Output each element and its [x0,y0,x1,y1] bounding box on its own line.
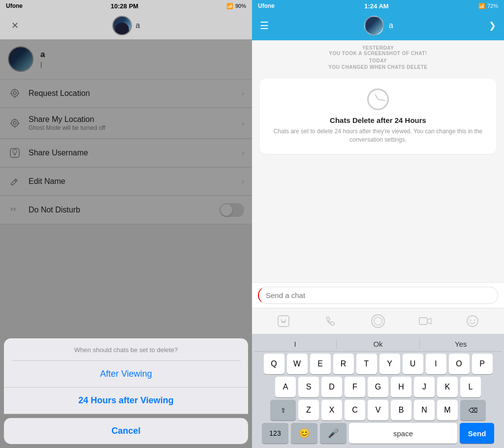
action-sheet: When should chats be set to delete? Afte… [4,338,248,444]
key-y[interactable]: Y [379,354,400,374]
key-c[interactable]: C [345,400,365,420]
wifi-icon: 📶 [226,3,233,9]
chat-action-icons [252,308,504,334]
camera-capture-icon[interactable] [369,312,387,330]
left-panel: Ufone 10:28 PM 📶 90% ✕ a a | [0,0,252,448]
svg-rect-12 [419,318,427,325]
chat-input-field[interactable] [258,287,498,304]
suggestion-i[interactable]: I [254,339,337,349]
suggestion-yes[interactable]: Yes [420,339,502,349]
emoji-icon[interactable] [464,312,481,330]
avatar-left [112,16,132,35]
nav-bar-right: ☰ a ❯ [252,12,504,40]
carrier-left: Ufone [6,2,23,9]
battery-right: 72% [487,3,498,9]
chat-delete-card: Chats Delete after 24 Hours Chats are se… [260,79,496,154]
key-q[interactable]: Q [264,354,284,374]
emoji-keyboard-key[interactable]: 😊 [291,423,317,444]
svg-point-9 [285,320,286,321]
status-icons-left: 📶 90% [226,3,246,9]
video-icon[interactable] [416,312,434,330]
right-panel: Ufone 1:24 AM 📶 72% ☰ a ❯ YESTERDAY YOU … [252,0,504,448]
time-left: 10:28 PM [111,2,138,10]
yesterday-label: YESTERDAY [260,45,496,51]
chat-header-info: YESTERDAY YOU TOOK A SCREENSHOT OF CHAT!… [252,40,504,75]
svg-point-11 [374,317,382,325]
avatar-silhouette [115,23,129,35]
key-s[interactable]: S [298,377,319,397]
key-r[interactable]: R [333,354,354,374]
nav-center-left: a [112,16,140,35]
today-label: TODAY [260,58,496,63]
key-e[interactable]: E [310,354,331,374]
keyboard: I Ok Yes Q W E R T Y U I O P A S D F G H… [252,334,504,448]
key-h[interactable]: H [391,377,411,397]
key-m[interactable]: M [437,400,458,420]
key-k[interactable]: K [437,377,458,397]
nav-chevron-right-icon[interactable]: ❯ [489,20,496,31]
action-sheet-question-block: When should chats be set to delete? [4,338,248,361]
sticker-icon[interactable] [275,312,292,330]
action-sheet-question-text: When should chats be set to delete? [12,346,240,361]
svg-point-13 [467,316,478,327]
send-key[interactable]: Send [460,423,494,444]
shift-key[interactable]: ⇧ [270,400,296,420]
key-w[interactable]: W [287,354,308,374]
mic-key[interactable]: 🎤 [320,423,346,444]
keyboard-row-4: 123 😊 🎤 space Send [254,423,502,444]
key-j[interactable]: J [414,377,435,397]
key-d[interactable]: D [321,377,342,397]
action-sheet-cancel-button[interactable]: Cancel [4,418,248,444]
hamburger-menu-icon[interactable]: ☰ [260,20,269,31]
action-sheet-option-24-hours[interactable]: 24 Hours after Viewing [4,388,248,414]
carrier-right: Ufone [258,2,275,9]
close-icon: ✕ [11,20,19,31]
phone-icon[interactable] [322,312,340,330]
key-a[interactable]: A [275,377,296,397]
keyboard-suggestions: I Ok Yes [254,337,502,352]
key-f[interactable]: F [345,377,365,397]
clock-icon [367,89,389,110]
chat-input-area [252,282,504,308]
numbers-key[interactable]: 123 [262,423,288,444]
svg-point-10 [372,315,384,328]
key-z[interactable]: Z [298,400,319,420]
wifi-icon-right: 📶 [478,3,485,9]
24-hours-label: 24 Hours after Viewing [78,395,174,405]
key-u[interactable]: U [403,354,423,374]
key-o[interactable]: O [449,354,470,374]
action-sheet-option-after-viewing[interactable]: After Viewing [4,361,248,388]
keyboard-row-2: A S D F G H J K L [254,377,502,397]
key-x[interactable]: X [321,400,342,420]
screenshot-notice: YOU TOOK A SCREENSHOT OF CHAT! [260,51,496,56]
cancel-label: Cancel [111,426,140,436]
chat-area: YESTERDAY YOU TOOK A SCREENSHOT OF CHAT!… [252,40,504,282]
status-icons-right: 📶 72% [478,3,498,9]
space-key[interactable]: space [349,423,457,444]
time-right: 1:24 AM [364,2,388,10]
avatar-right [364,16,384,35]
action-sheet-overlay: When should chats be set to delete? Afte… [0,39,252,448]
key-n[interactable]: N [414,400,435,420]
nav-bar-left: ✕ a [0,12,252,39]
status-bar-right: Ufone 1:24 AM 📶 72% [252,0,504,12]
key-g[interactable]: G [368,377,388,397]
key-v[interactable]: V [368,400,388,420]
key-p[interactable]: P [472,354,493,374]
menu-content: a | Request Location › [0,39,252,448]
nav-center-right: a [364,16,393,35]
key-i[interactable]: I [426,354,446,374]
suggestion-ok[interactable]: Ok [337,339,419,349]
changed-notice: YOU CHANGED WHEN CHATS DELETE [260,64,496,70]
status-bar-left: Ufone 10:28 PM 📶 90% [0,0,252,12]
clock-minute-hand [378,99,385,101]
svg-point-8 [281,320,283,321]
bubble-title: Chats Delete after 24 Hours [330,116,426,124]
key-b[interactable]: B [391,400,411,420]
battery-left: 90% [235,3,246,9]
key-t[interactable]: T [356,354,377,374]
close-button[interactable]: ✕ [8,19,22,32]
delete-key[interactable]: ⌫ [460,400,486,420]
key-l[interactable]: L [460,377,481,397]
svg-point-15 [474,320,475,321]
